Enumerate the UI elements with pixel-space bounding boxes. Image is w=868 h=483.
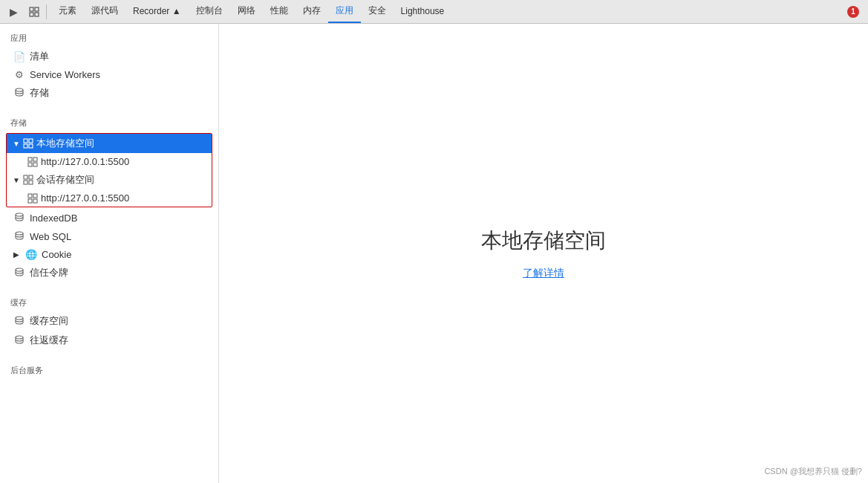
sidebar-item-service-workers[interactable]: ⚙ Service Workers bbox=[0, 66, 218, 83]
svg-rect-14 bbox=[29, 175, 33, 179]
tab-source[interactable]: 源代码 bbox=[84, 0, 125, 23]
tab-recorder[interactable]: Recorder ▲ bbox=[125, 0, 189, 23]
db-icon bbox=[13, 267, 25, 279]
sidebar-item-cache-storage[interactable]: 缓存空间 bbox=[0, 311, 218, 331]
cursor-icon[interactable]: ▶ bbox=[3, 1, 24, 22]
sidebar-item-cookie[interactable]: ▶ 🌐 Cookie bbox=[0, 246, 218, 263]
main-title: 本地存储空间 bbox=[481, 227, 606, 255]
sidebar-item-label: 往返缓存 bbox=[30, 334, 68, 347]
section-label-storage: 存储 bbox=[0, 111, 218, 132]
sidebar-item-label: 会话存储空间 bbox=[36, 173, 94, 187]
sidebar-item-label: 缓存空间 bbox=[30, 314, 68, 328]
section-label-app: 应用 bbox=[0, 27, 218, 47]
sidebar-item-session-storage-url[interactable]: http://127.0.0.1:5500 bbox=[7, 189, 212, 207]
sidebar-item-label: 存储 bbox=[30, 86, 49, 100]
error-badge: 1 bbox=[847, 6, 859, 18]
sidebar-item-indexeddb[interactable]: IndexedDB bbox=[0, 209, 218, 227]
db-icon bbox=[13, 315, 25, 328]
svg-rect-13 bbox=[24, 175, 27, 179]
tab-console[interactable]: 控制台 bbox=[189, 0, 230, 23]
devtools-toolbar: ▶ 元素 源代码 Recorder ▲ 控制台 网络 性能 内存 应用 安全 L… bbox=[0, 0, 868, 24]
sidebar-item-local-storage-url[interactable]: http://127.0.0.1:5500 bbox=[7, 153, 212, 170]
tab-security[interactable]: 安全 bbox=[361, 0, 394, 23]
svg-rect-9 bbox=[28, 158, 32, 161]
error-indicator[interactable]: 1 bbox=[847, 6, 865, 18]
expand-arrow-icon: ▼ bbox=[13, 176, 20, 184]
sidebar-item-back-forward-cache[interactable]: 往返缓存 bbox=[0, 331, 218, 350]
svg-rect-5 bbox=[24, 139, 27, 143]
svg-rect-12 bbox=[33, 163, 37, 166]
svg-rect-19 bbox=[28, 199, 32, 203]
tab-application[interactable]: 应用 bbox=[328, 0, 361, 23]
svg-rect-3 bbox=[35, 13, 39, 16]
sidebar-item-label: http://127.0.0.1:5500 bbox=[41, 156, 129, 167]
learn-more-link[interactable]: 了解详情 bbox=[523, 267, 564, 280]
tab-performance[interactable]: 性能 bbox=[263, 0, 296, 23]
grid-icon bbox=[27, 193, 38, 204]
svg-point-24 bbox=[16, 317, 23, 320]
grid-icon bbox=[23, 138, 33, 149]
sidebar-item-label: 信任令牌 bbox=[30, 266, 68, 279]
sidebar-item-label: 清单 bbox=[30, 50, 49, 63]
main-panel: 本地存储空间 了解详情 bbox=[219, 24, 868, 483]
storage-group: ▼ 本地存储空间 http://127.0.0.1:5500 bbox=[6, 133, 212, 207]
tab-elements[interactable]: 元素 bbox=[51, 0, 84, 23]
svg-rect-20 bbox=[33, 199, 37, 203]
section-label-background: 后台服务 bbox=[0, 359, 218, 379]
expand-arrow-right-icon: ▶ bbox=[13, 250, 21, 259]
sidebar-item-local-storage[interactable]: ▼ 本地存储空间 bbox=[7, 134, 212, 153]
svg-rect-15 bbox=[24, 181, 27, 184]
sidebar-item-storage[interactable]: 存储 bbox=[0, 83, 218, 103]
db-icon bbox=[13, 87, 25, 100]
svg-rect-16 bbox=[29, 181, 33, 184]
sidebar-item-label: Web SQL bbox=[30, 231, 71, 242]
sep2 bbox=[0, 282, 218, 291]
sidebar-item-manifest[interactable]: 📄 清单 bbox=[0, 47, 218, 66]
svg-point-4 bbox=[16, 88, 23, 91]
tab-memory[interactable]: 内存 bbox=[296, 0, 328, 23]
svg-rect-6 bbox=[29, 139, 33, 143]
svg-rect-11 bbox=[28, 163, 32, 166]
sidebar-item-websql[interactable]: Web SQL bbox=[0, 227, 218, 246]
sep1 bbox=[0, 103, 218, 111]
svg-point-25 bbox=[16, 336, 23, 339]
sidebar-item-session-storage[interactable]: ▼ 会话存储空间 bbox=[7, 170, 212, 189]
svg-point-21 bbox=[16, 213, 23, 216]
db-icon bbox=[13, 334, 25, 347]
sidebar: 应用 📄 清单 ⚙ Service Workers 存储 存储 bbox=[0, 24, 219, 483]
expand-arrow-icon: ▼ bbox=[13, 140, 20, 148]
main-layout: 应用 📄 清单 ⚙ Service Workers 存储 存储 bbox=[0, 24, 868, 483]
section-label-cache: 缓存 bbox=[0, 291, 218, 311]
svg-rect-17 bbox=[28, 194, 32, 198]
sidebar-item-label: http://127.0.0.1:5500 bbox=[41, 192, 129, 204]
grid-icon bbox=[23, 175, 33, 185]
sidebar-item-trust-token[interactable]: 信任令牌 bbox=[0, 263, 218, 282]
svg-rect-8 bbox=[29, 144, 33, 148]
watermark: CSDN @我想养只猫 侵删? bbox=[764, 466, 862, 477]
sidebar-item-label: IndexedDB bbox=[30, 213, 77, 224]
sep3 bbox=[0, 350, 218, 359]
grid-icon bbox=[27, 157, 38, 167]
svg-rect-7 bbox=[24, 144, 27, 148]
sidebar-item-label: 本地存储空间 bbox=[36, 137, 94, 150]
svg-rect-2 bbox=[30, 13, 33, 16]
globe-icon: 🌐 bbox=[25, 249, 37, 260]
svg-rect-10 bbox=[33, 158, 37, 161]
sidebar-item-label: Cookie bbox=[42, 249, 71, 260]
svg-rect-1 bbox=[35, 7, 39, 11]
inspect-icon[interactable] bbox=[24, 1, 45, 22]
sidebar-item-label: Service Workers bbox=[30, 69, 100, 80]
tab-lighthouse[interactable]: Lighthouse bbox=[394, 0, 452, 23]
db-icon bbox=[13, 230, 25, 243]
svg-point-23 bbox=[16, 268, 23, 271]
doc-icon: 📄 bbox=[13, 51, 25, 62]
gear-icon: ⚙ bbox=[13, 69, 25, 80]
svg-rect-0 bbox=[30, 7, 33, 11]
svg-point-22 bbox=[16, 232, 23, 235]
tab-network[interactable]: 网络 bbox=[230, 0, 263, 23]
toolbar-divider bbox=[46, 4, 47, 19]
tab-list: 元素 源代码 Recorder ▲ 控制台 网络 性能 内存 应用 安全 Lig… bbox=[51, 0, 451, 23]
db-icon bbox=[13, 212, 25, 224]
svg-rect-18 bbox=[33, 194, 37, 198]
